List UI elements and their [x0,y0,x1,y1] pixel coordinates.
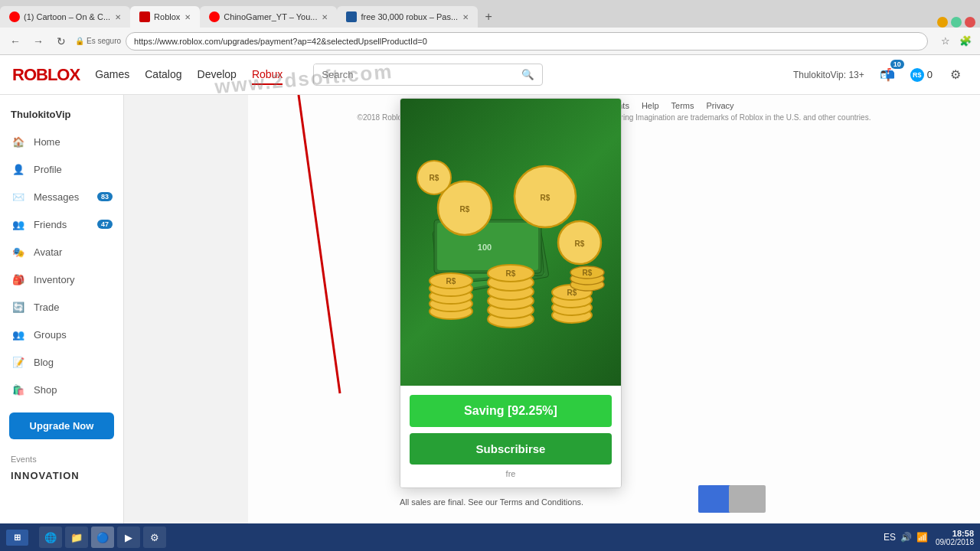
taskbar-media[interactable]: ▶ [117,527,140,548]
star-button[interactable]: ☆ [937,33,954,50]
nav-develop[interactable]: Develop [198,65,237,85]
nav-games[interactable]: Games [95,65,129,85]
all-sales-text: All sales are final. See our Terms and C… [400,497,583,507]
subscribe-button[interactable]: Subscribirse [410,433,612,465]
tab-2[interactable]: Roblox ✕ [130,6,200,28]
language-indicator: ES [884,532,896,543]
friends-icon: 👥 [11,217,26,232]
refresh-button[interactable]: ↻ [52,32,70,51]
sidebar-item-home[interactable]: 🏠 Home [0,128,123,155]
new-tab-button[interactable]: + [478,6,499,28]
tab-favicon-1 [9,11,20,22]
search-bar: 🔍 [313,64,543,86]
extensions-button[interactable]: 🧩 [957,33,974,50]
search-input[interactable] [314,64,514,85]
messages-button[interactable]: 📬 10 [875,63,900,87]
start-button[interactable]: ⊞ [6,530,28,546]
taskbar-explorer[interactable]: 📁 [65,527,88,548]
svg-text:100: 100 [478,243,492,252]
sidebar-item-trade[interactable]: 🔄 Trade [0,293,123,321]
taskbar-ie[interactable]: 🌐 [39,527,62,548]
taskbar-chrome[interactable]: 🔵 [91,527,114,548]
taskbar-items: 🌐 📁 🔵 ▶ ⚙ [39,527,166,548]
svg-text:R$: R$ [583,269,593,277]
inventory-icon: 🎒 [11,272,26,287]
logo-text: ROBLOX [12,65,80,85]
system-taskbar: ⊞ 🌐 📁 🔵 ▶ ⚙ ES 🔊 📶 18:58 09/02/2018 [0,523,980,551]
popup-footer: Saving [92.25%] Subscribirse fre [400,386,621,487]
forward-button[interactable]: → [29,32,47,51]
taskbar-settings[interactable]: ⚙ [143,527,166,548]
age-badge: ThulokitoVip: 13+ [793,70,864,80]
robux-popup: 100 R$ R$ [400,98,622,488]
friends-sidebar-badge: 47 [97,220,113,229]
network-icon: 📶 [916,532,928,543]
sidebar: ThulokitoVip 🏠 Home 👤 Profile ✉️ Message… [0,95,124,551]
main-layout: ThulokitoVip 🏠 Home 👤 Profile ✉️ Message… [0,95,980,551]
sidebar-item-shop[interactable]: 🛍️ Shop [0,376,123,403]
address-bar: ← → ↻ 🔒 Es seguro ☆ 🧩 [0,28,980,55]
svg-text:R$: R$ [541,194,550,202]
maximize-button[interactable] [951,17,962,28]
messages-badge: 10 [890,60,904,69]
close-window-button[interactable] [965,17,975,28]
settings-button[interactable]: ⚙ [943,63,968,87]
upgrade-now-button[interactable]: Upgrade Now [9,412,114,439]
minimize-button[interactable] [937,17,948,28]
tab-close-2[interactable]: ✕ [185,13,191,21]
roblox-logo[interactable]: ROBLOX [12,65,80,85]
tab-favicon-3 [209,11,220,22]
messages-sidebar-badge: 83 [97,192,113,201]
shop-icon: 🛍️ [11,382,26,397]
tray-icons: ES 🔊 📶 [884,532,928,543]
search-button[interactable]: 🔍 [514,64,542,85]
clock-date: 09/02/2018 [936,538,974,546]
svg-text:R$: R$ [446,277,456,285]
footer-link-terms[interactable]: Terms [671,101,694,110]
gray-square [729,485,766,513]
content-area: About Us Jobs Blog Parents Help Terms Pr… [124,95,980,551]
nav-robux[interactable]: Robux [252,65,283,85]
tab-1[interactable]: (1) Cartoon – On & C... ✕ [0,6,130,28]
address-input[interactable] [126,32,928,51]
sidebar-item-messages[interactable]: ✉️ Messages 83 [0,183,123,210]
svg-text:R$: R$ [567,289,577,297]
tab-favicon-4 [346,11,357,22]
groups-icon: 👥 [11,327,26,342]
robux-image-area: 100 R$ R$ [400,99,621,386]
svg-text:R$: R$ [460,205,470,214]
free-text: fre [410,469,612,478]
innovation-logo: INNOVATION [0,467,123,484]
sidebar-item-groups[interactable]: 👥 Groups [0,321,123,348]
browser-chrome: (1) Cartoon – On & C... ✕ Roblox ✕ Chino… [0,0,980,55]
header-right: ThulokitoVip: 13+ 📬 10 R$ 0 ⚙ [793,63,968,87]
roblox-header: ROBLOX Games Catalog Develop Robux 🔍 Thu… [0,55,980,95]
tab-close-3[interactable]: ✕ [322,13,328,21]
sidebar-item-profile[interactable]: 👤 Profile [0,155,123,183]
tab-close-1[interactable]: ✕ [115,13,121,21]
system-tray: ES 🔊 📶 18:58 09/02/2018 [884,529,974,546]
sidebar-item-inventory[interactable]: 🎒 Inventory [0,266,123,293]
svg-text:R$: R$ [575,240,585,248]
footer-link-privacy[interactable]: Privacy [706,101,733,110]
blog-icon: 📝 [11,354,26,370]
clock: 18:58 09/02/2018 [936,529,974,546]
profile-icon: 👤 [11,161,26,177]
header-nav: Games Catalog Develop Robux [95,65,283,85]
tab-4[interactable]: free 30,000 robux – Pas... ✕ [337,6,478,28]
sidebar-username: ThulokitoVip [0,104,123,128]
home-icon: 🏠 [11,134,26,149]
sidebar-item-friends[interactable]: 👥 Friends 47 [0,210,123,238]
clock-time: 18:58 [936,529,974,538]
saving-button[interactable]: Saving [92.25%] [410,395,612,427]
tab-close-4[interactable]: ✕ [462,13,469,21]
nav-catalog[interactable]: Catalog [145,65,181,85]
avatar-icon: 🎭 [11,244,26,259]
footer-link-help[interactable]: Help [642,101,659,110]
sidebar-item-blog[interactable]: 📝 Blog [0,348,123,376]
sidebar-item-avatar[interactable]: 🎭 Avatar [0,238,123,266]
back-button[interactable]: ← [6,32,24,51]
secure-badge: 🔒 Es seguro [75,37,121,45]
tab-3[interactable]: ChinoGamer_YT – You... ✕ [200,6,337,28]
trade-icon: 🔄 [11,299,26,315]
